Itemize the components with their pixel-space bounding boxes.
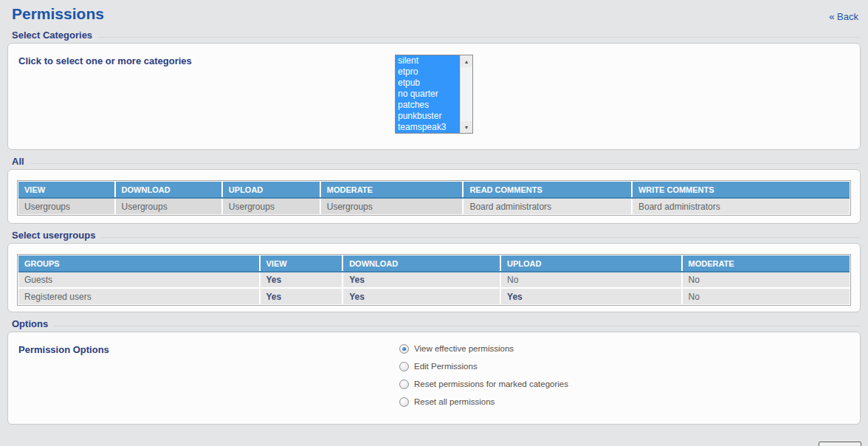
categories-listbox[interactable]: silent etpro etpub no quarter patches pu… <box>395 55 473 134</box>
usergroups-section-header: Select usergroups <box>12 230 861 241</box>
radio-label: Reset permissions for marked categories <box>414 380 568 388</box>
column-header: READ COMMENTS <box>463 182 632 198</box>
permission-options-label: Permission Options <box>18 344 109 355</box>
section-title-all: All <box>12 156 24 167</box>
column-header: UPLOAD <box>500 255 681 272</box>
column-header: VIEW <box>260 255 343 272</box>
usergroups-panel: GROUPS VIEW DOWNLOAD UPLOAD MODERATE Gue… <box>7 243 861 312</box>
radio-label: Edit Permissions <box>414 362 478 371</box>
table-cell: Board administrators <box>632 198 850 214</box>
all-permissions-table: VIEW DOWNLOAD UPLOAD MODERATE READ COMME… <box>17 180 851 216</box>
select-categories-panel: Click to select one or more categories s… <box>7 43 861 150</box>
scroll-down-icon[interactable]: ▼ <box>461 121 472 133</box>
table-row: Usergroups Usergroups Usergroups Usergro… <box>18 198 850 214</box>
table-cell: Usergroups <box>320 198 464 214</box>
category-option[interactable]: etpub <box>396 78 460 89</box>
select-categories-header: Select Categories <box>12 30 861 41</box>
section-title-options: Options <box>12 318 48 329</box>
permission-options-radio-group: View effective permissions Edit Permissi… <box>399 340 568 411</box>
permission-cell: Yes <box>260 288 343 304</box>
radio-label: View effective permissions <box>414 344 514 353</box>
options-section-header: Options <box>12 318 861 329</box>
permission-cell: No <box>500 272 681 288</box>
group-name-cell: Guests <box>18 272 260 288</box>
usergroups-table: GROUPS VIEW DOWNLOAD UPLOAD MODERATE Gue… <box>17 254 851 306</box>
category-option[interactable]: silent <box>396 55 460 66</box>
column-header: UPLOAD <box>222 182 320 198</box>
radio-button-icon[interactable] <box>399 380 409 389</box>
column-header: MODERATE <box>682 255 850 272</box>
section-divider <box>98 37 861 38</box>
category-option[interactable]: patches <box>396 100 460 111</box>
category-option[interactable]: teamspeak3 <box>396 122 460 133</box>
column-header: DOWNLOAD <box>115 182 222 198</box>
table-cell: Board administrators <box>463 198 632 214</box>
radio-option-edit-permissions[interactable]: Edit Permissions <box>399 357 568 375</box>
table-row: Guests Yes Yes No No <box>18 272 850 288</box>
categories-instruction-label: Click to select one or more categories <box>18 55 192 66</box>
all-section-header: All <box>12 156 861 167</box>
table-row: Registered users Yes Yes Yes No <box>18 288 850 304</box>
select-button[interactable]: Select <box>819 442 861 446</box>
options-panel: Permission Options View effective permis… <box>7 332 861 425</box>
permissions-page: Permissions « Back Select Categories Cli… <box>0 4 868 446</box>
listbox-scrollbar[interactable]: ▲ ▼ <box>460 55 472 133</box>
table-header-row: GROUPS VIEW DOWNLOAD UPLOAD MODERATE <box>18 255 850 272</box>
column-header: VIEW <box>18 182 115 198</box>
group-name-cell: Registered users <box>18 288 260 304</box>
radio-label: Reset all permissions <box>414 397 495 406</box>
permission-cell: No <box>682 272 850 288</box>
back-link[interactable]: « Back <box>829 11 858 22</box>
table-header-row: VIEW DOWNLOAD UPLOAD MODERATE READ COMME… <box>18 182 850 198</box>
all-panel: VIEW DOWNLOAD UPLOAD MODERATE READ COMME… <box>7 169 861 224</box>
permission-cell: No <box>682 288 850 304</box>
section-title-usergroups: Select usergroups <box>12 230 95 241</box>
radio-button-icon[interactable] <box>399 362 409 371</box>
column-header: WRITE COMMENTS <box>632 182 850 198</box>
scroll-up-icon[interactable]: ▲ <box>461 55 472 67</box>
permission-cell: Yes <box>342 288 500 304</box>
column-header: DOWNLOAD <box>342 255 500 272</box>
page-title: Permissions <box>12 4 868 24</box>
table-cell: Usergroups <box>18 198 115 214</box>
table-cell: Usergroups <box>115 198 222 214</box>
permission-cell: Yes <box>342 272 500 288</box>
radio-button-icon[interactable] <box>399 344 409 354</box>
permission-cell: Yes <box>260 272 343 288</box>
category-option[interactable]: etpro <box>396 66 460 78</box>
radio-option-reset-all[interactable]: Reset all permissions <box>399 393 568 411</box>
section-divider <box>54 326 861 326</box>
column-header: MODERATE <box>320 182 464 198</box>
section-divider <box>101 237 861 238</box>
section-title-select-categories: Select Categories <box>12 30 92 41</box>
permission-cell: Yes <box>500 288 681 304</box>
section-divider <box>30 163 861 164</box>
categories-options: silent etpro etpub no quarter patches pu… <box>396 55 460 133</box>
column-header: GROUPS <box>18 255 260 272</box>
radio-button-icon[interactable] <box>399 397 409 407</box>
table-cell: Usergroups <box>222 198 320 214</box>
radio-option-reset-marked[interactable]: Reset permissions for marked categories <box>399 375 568 393</box>
category-option[interactable]: no quarter <box>396 89 460 100</box>
category-option[interactable]: punkbuster <box>396 111 460 122</box>
radio-option-view-effective[interactable]: View effective permissions <box>399 340 568 357</box>
